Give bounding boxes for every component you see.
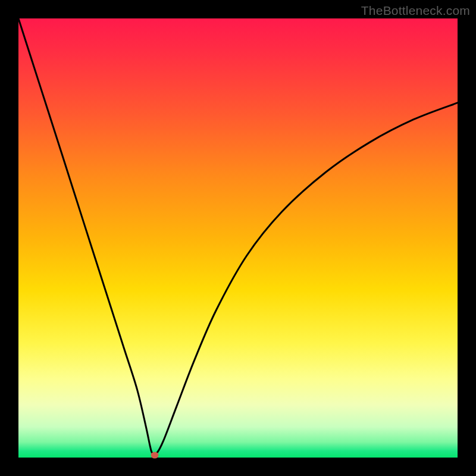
chart-marker-dot xyxy=(151,452,158,458)
watermark-text: TheBottleneck.com xyxy=(361,4,470,18)
chart-plot-area xyxy=(18,18,458,458)
chart-curve xyxy=(18,18,458,458)
chart-frame: TheBottleneck.com xyxy=(0,0,476,476)
